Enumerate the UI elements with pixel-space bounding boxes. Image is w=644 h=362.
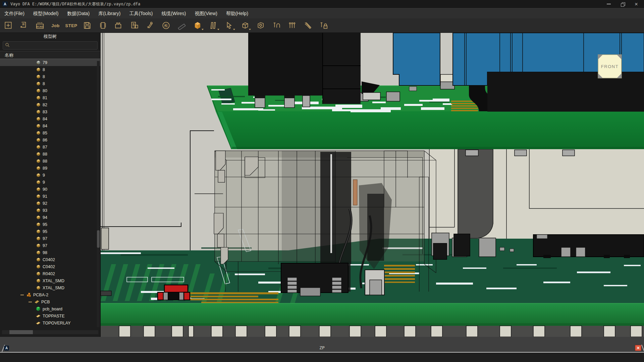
toolbar-import-job-button[interactable]: Job xyxy=(49,20,62,31)
tree-row-86[interactable]: 86 xyxy=(0,136,100,143)
tree-row-95[interactable]: 95 xyxy=(0,221,100,228)
toolbar-assembly-tools-icon[interactable] xyxy=(144,20,157,31)
tree-row-83[interactable]: 83 xyxy=(0,108,100,115)
toolbar-dfa-check-button[interactable]: 检 xyxy=(159,20,172,31)
toolbar-import-ecad-button[interactable]: ECAD xyxy=(33,20,46,31)
tree-row-93[interactable]: 93 xyxy=(0,207,100,214)
tree-row-XTAL_SMD[interactable]: XTAL_SMD xyxy=(0,277,100,284)
tree-row-91[interactable]: 91 xyxy=(0,193,100,200)
tree-row-C0402[interactable]: C0402 xyxy=(0,256,100,263)
toolbar-pin-lock-icon[interactable] xyxy=(317,20,330,31)
toolbar-open-document-icon[interactable] xyxy=(17,20,31,31)
tree-row-PCB[interactable]: PCB xyxy=(0,298,100,305)
tree-row-88[interactable]: 88 xyxy=(0,150,100,158)
menu-item-2[interactable]: 数据(Data) xyxy=(63,8,94,18)
tree-row-79[interactable]: 79 xyxy=(0,59,100,66)
tree-row-85[interactable]: 85 xyxy=(0,129,100,136)
tree-row-9[interactable]: 9 xyxy=(0,179,100,186)
toolbar-clip-planes-icon[interactable] xyxy=(207,20,220,31)
menu-item-7[interactable]: 帮助(Help) xyxy=(222,8,253,18)
menu-item-1[interactable]: 模型(Model) xyxy=(29,8,63,18)
tree-row-TOPOVERLAY[interactable]: TOPOVERLAY xyxy=(0,319,100,326)
tree-row-80[interactable]: 80 xyxy=(0,87,100,94)
tree-item-label: 95 xyxy=(42,222,47,227)
toolbar-save-icon[interactable] xyxy=(80,20,94,31)
tree-row-97[interactable]: 97 xyxy=(0,242,100,249)
tree-item-label: 83 xyxy=(42,110,47,114)
toolbar-new-model-icon[interactable] xyxy=(2,20,15,31)
layer-icon xyxy=(35,313,42,318)
tree-row-87[interactable]: 87 xyxy=(0,143,100,150)
toolbar-pin-array-icon[interactable] xyxy=(285,20,299,31)
toolbar-box-view-icon[interactable] xyxy=(238,20,251,31)
tree-row-89[interactable]: 89 xyxy=(0,165,100,172)
toolbar-solid-display-icon[interactable] xyxy=(191,20,204,31)
tree-item-label: 88 xyxy=(42,152,47,157)
tree-row-84[interactable]: 84 xyxy=(0,115,100,122)
tree-row-TOPPASTE[interactable]: TOPPASTE xyxy=(0,312,100,319)
scrollbar-thumb[interactable] xyxy=(9,330,33,334)
search-input[interactable] xyxy=(11,43,95,48)
menu-item-5[interactable]: 线缆(Wires) xyxy=(157,8,190,18)
toolbar-import-step-button[interactable]: STEP xyxy=(65,20,78,31)
view-cube-label[interactable]: FRONT xyxy=(601,64,619,69)
menu-item-3[interactable]: 库(Library) xyxy=(94,8,125,18)
toolbar-pin-wire-icon[interactable] xyxy=(270,20,283,31)
toolbar-transparent-view-icon[interactable] xyxy=(254,20,267,31)
tree-row-8[interactable]: 8 xyxy=(0,73,100,80)
scrollbar-thumb[interactable] xyxy=(97,230,100,248)
tree-row-95[interactable]: 95 xyxy=(0,228,100,235)
horizontal-scrollbar[interactable] xyxy=(2,330,98,334)
toolbar-component-library-icon[interactable] xyxy=(96,20,109,31)
dropdown-caret-icon[interactable] xyxy=(233,29,235,30)
view-cube[interactable]: FRONT xyxy=(598,55,622,78)
tree-row-97[interactable]: 97 xyxy=(0,235,100,242)
tree-row-94[interactable]: 94 xyxy=(0,214,100,221)
tree-row-9[interactable]: 9 xyxy=(0,172,100,179)
toolbar-bom-list-icon[interactable] xyxy=(128,20,141,31)
machine-panels-right[interactable] xyxy=(429,149,644,240)
collapse-icon[interactable] xyxy=(19,294,25,296)
tree-row-82[interactable]: 82 xyxy=(0,101,100,108)
tree-row-92[interactable]: 92 xyxy=(0,200,100,207)
tree-row-90[interactable]: 90 xyxy=(0,186,100,193)
lower-pcb-edge[interactable] xyxy=(101,303,644,337)
close-icon[interactable]: ✕ xyxy=(634,2,639,6)
tree-item-label: PCBA-2 xyxy=(32,293,48,297)
tree-row-C0402[interactable]: C0402 xyxy=(0,263,100,270)
tree-row-8[interactable]: 8 xyxy=(0,80,100,87)
search-box[interactable] xyxy=(3,41,98,50)
tree-row-PCBA-2[interactable]: PCBA-2 xyxy=(0,291,100,298)
tree-row-pcb_board[interactable]: pcb_board xyxy=(0,305,100,312)
tree-row-8[interactable]: 8 xyxy=(0,66,100,73)
viewport-3d[interactable]: FRONT xyxy=(101,33,644,337)
dark-slab-component[interactable] xyxy=(458,149,493,238)
tree-item-label: PCB xyxy=(40,300,50,304)
dropdown-caret-icon[interactable] xyxy=(249,29,251,30)
collapse-icon[interactable] xyxy=(27,301,34,303)
vertical-scrollbar[interactable] xyxy=(97,61,100,327)
close-document-button[interactable]: ✕ xyxy=(635,345,641,351)
restore-icon[interactable] xyxy=(620,2,625,6)
minimize-icon[interactable] xyxy=(606,2,611,6)
tree-row-81[interactable]: 81 xyxy=(0,94,100,101)
menu-item-6[interactable]: 视图(View) xyxy=(191,8,222,18)
toolbar-select-mode-icon[interactable] xyxy=(222,20,235,31)
menu-item-4[interactable]: 工具(Tools) xyxy=(125,8,157,18)
tree-row-98[interactable]: 98 xyxy=(0,249,100,256)
toolbar-connector-tool-icon[interactable] xyxy=(112,20,125,31)
tree-item-label: 84 xyxy=(42,124,47,128)
tree-row-84[interactable]: 84 xyxy=(0,122,100,129)
gray-component[interactable] xyxy=(365,270,384,295)
dropdown-caret-icon[interactable] xyxy=(202,29,204,30)
document-tab-label[interactable]: ZP xyxy=(0,345,644,350)
dropdown-caret-icon[interactable] xyxy=(217,29,219,30)
tree-row-88[interactable]: 88 xyxy=(0,158,100,165)
toolbar-wire-bundle-icon[interactable] xyxy=(301,20,314,31)
tree-row-R0402[interactable]: R0402 xyxy=(0,270,100,277)
black-connector[interactable] xyxy=(281,263,348,296)
chip-icon xyxy=(35,264,42,269)
tree-row-XTAL_SMD[interactable]: XTAL_SMD xyxy=(0,284,100,291)
menu-item-0[interactable]: 文件(File) xyxy=(0,8,29,18)
black-bar-component[interactable] xyxy=(533,235,644,258)
